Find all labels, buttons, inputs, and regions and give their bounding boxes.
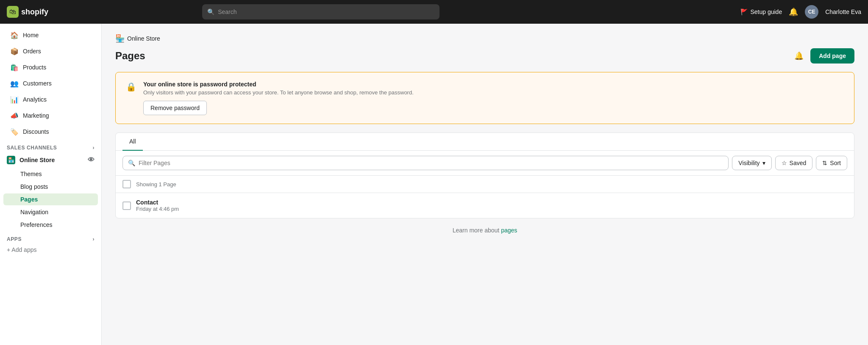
marketing-icon: 📣 — [10, 111, 19, 120]
breadcrumb: 🏪 Online Store — [115, 34, 854, 43]
add-apps-item[interactable]: + Add apps — [0, 244, 101, 256]
pages-label: Pages — [20, 196, 38, 203]
sidebar-item-orders-label: Orders — [23, 48, 41, 55]
sidebar-sub-item-pages[interactable]: Pages — [3, 193, 98, 205]
filter-search-icon: 🔍 — [128, 160, 135, 166]
online-store-icon: 🏪 — [7, 156, 15, 164]
search-bar[interactable]: 🔍 — [202, 4, 440, 19]
sort-icon: ⇅ — [822, 160, 827, 166]
search-icon: 🔍 — [207, 8, 214, 15]
themes-label: Themes — [20, 171, 42, 177]
visibility-chevron-icon: ▾ — [762, 160, 765, 166]
top-navigation: 🛍 shopify 🔍 🚩 Setup guide 🔔 CE Charlotte… — [0, 0, 868, 24]
filter-input[interactable] — [139, 160, 723, 166]
breadcrumb-icon: 🏪 — [115, 34, 125, 43]
visibility-filter-button[interactable]: Visibility ▾ — [732, 156, 771, 170]
page-header-row: Pages 🔔 Add page — [115, 48, 854, 63]
preferences-label: Preferences — [20, 221, 52, 228]
tabs-row: All — [116, 133, 854, 151]
password-banner: 🔒 Your online store is password protecte… — [115, 72, 854, 124]
sidebar-sub-item-preferences[interactable]: Preferences — [3, 219, 98, 231]
learn-more-section: Learn more about pages — [115, 218, 854, 242]
page-title: Pages — [115, 50, 145, 62]
sidebar-item-analytics[interactable]: 📊 Analytics — [3, 92, 98, 107]
sidebar-item-analytics-label: Analytics — [23, 96, 47, 103]
sidebar-item-marketing[interactable]: 📣 Marketing — [3, 108, 98, 123]
filter-input-wrap[interactable]: 🔍 — [122, 156, 729, 170]
add-page-button[interactable]: Add page — [810, 48, 854, 63]
shopify-wordmark: shopify — [21, 8, 48, 17]
alert-icon: 🔔 — [794, 51, 804, 61]
sidebar-item-customers-label: Customers — [23, 80, 52, 87]
sidebar-item-products[interactable]: 🛍️ Products — [3, 60, 98, 75]
sidebar-online-store[interactable]: 🏪 Online Store 👁 — [0, 152, 101, 168]
sidebar: 🏠 Home 📦 Orders 🛍️ Products 👥 Customers … — [0, 24, 102, 345]
breadcrumb-text: Online Store — [127, 35, 160, 42]
page-date: Friday at 4:46 pm — [136, 206, 179, 212]
learn-more-link[interactable]: pages — [501, 227, 517, 234]
bell-icon[interactable]: 🔔 — [789, 7, 798, 17]
add-apps-label: + Add apps — [7, 246, 36, 253]
showing-text: Showing 1 Page — [136, 181, 176, 188]
sales-channels-expand-icon[interactable]: › — [92, 145, 95, 151]
main-content: 🏪 Online Store Pages 🔔 Add page 🔒 Your o… — [102, 24, 868, 345]
sidebar-sub-item-themes[interactable]: Themes — [3, 168, 98, 180]
setup-guide-button[interactable]: 🚩 Setup guide — [740, 8, 782, 15]
navigation-label: Navigation — [20, 209, 48, 215]
app-layout: 🏠 Home 📦 Orders 🛍️ Products 👥 Customers … — [0, 24, 868, 345]
customers-icon: 👥 — [10, 79, 19, 88]
tab-all[interactable]: All — [122, 133, 143, 151]
eye-icon[interactable]: 👁 — [88, 156, 95, 164]
discounts-icon: 🏷️ — [10, 127, 19, 136]
pages-card: All 🔍 Visibility ▾ ☆ Saved ⇅ Sort — [115, 132, 854, 218]
sidebar-item-products-label: Products — [23, 64, 46, 71]
avatar[interactable]: CE — [805, 5, 818, 19]
sidebar-item-home[interactable]: 🏠 Home — [3, 28, 98, 43]
page-name[interactable]: Contact — [136, 199, 179, 206]
sidebar-sub-item-navigation[interactable]: Navigation — [3, 206, 98, 218]
filter-row: 🔍 Visibility ▾ ☆ Saved ⇅ Sort — [116, 151, 854, 176]
products-icon: 🛍️ — [10, 63, 19, 72]
shopify-bag-icon: 🛍 — [7, 6, 19, 18]
sidebar-item-customers[interactable]: 👥 Customers — [3, 76, 98, 91]
sort-button[interactable]: ⇅ Sort — [816, 156, 847, 170]
showing-row: Showing 1 Page — [116, 176, 854, 193]
sidebar-item-home-label: Home — [23, 32, 39, 39]
analytics-icon: 📊 — [10, 95, 19, 104]
banner-description: Only visitors with your password can acc… — [143, 89, 844, 96]
sidebar-item-marketing-label: Marketing — [23, 112, 49, 119]
apps-expand-icon[interactable]: › — [92, 236, 95, 242]
saved-button[interactable]: ☆ Saved — [775, 156, 813, 170]
sort-label: Sort — [830, 160, 841, 166]
apps-label: Apps — [7, 236, 22, 242]
sidebar-item-orders[interactable]: 📦 Orders — [3, 44, 98, 59]
blog-posts-label: Blog posts — [20, 183, 48, 190]
sales-channels-label: Sales channels — [7, 145, 57, 151]
sales-channels-header: Sales channels › — [0, 140, 101, 152]
select-all-checkbox[interactable] — [122, 180, 131, 188]
setup-guide-label: Setup guide — [750, 8, 782, 15]
saved-label: Saved — [790, 160, 807, 166]
lock-icon: 🔒 — [126, 82, 136, 92]
sidebar-item-discounts-label: Discounts — [23, 128, 49, 135]
sidebar-item-discounts[interactable]: 🏷️ Discounts — [3, 124, 98, 139]
remove-password-button[interactable]: Remove password — [143, 101, 207, 115]
shopify-logo[interactable]: 🛍 shopify — [7, 6, 48, 18]
top-nav-right: 🚩 Setup guide 🔔 CE Charlotte Eva — [740, 5, 861, 19]
star-icon: ☆ — [782, 160, 787, 166]
online-store-label: Online Store — [19, 157, 55, 163]
apps-header: Apps › — [0, 231, 101, 244]
banner-title: Your online store is password protected — [143, 81, 844, 88]
row-checkbox[interactable] — [122, 201, 131, 210]
learn-more-text: Learn more about — [453, 227, 501, 234]
search-input[interactable] — [218, 8, 434, 15]
orders-icon: 📦 — [10, 47, 19, 55]
table-row: Contact Friday at 4:46 pm — [116, 193, 854, 218]
user-name: Charlotte Eva — [825, 8, 861, 15]
flag-icon: 🚩 — [740, 8, 748, 15]
home-icon: 🏠 — [10, 31, 19, 39]
visibility-label: Visibility — [738, 160, 760, 166]
sidebar-sub-item-blog-posts[interactable]: Blog posts — [3, 181, 98, 193]
